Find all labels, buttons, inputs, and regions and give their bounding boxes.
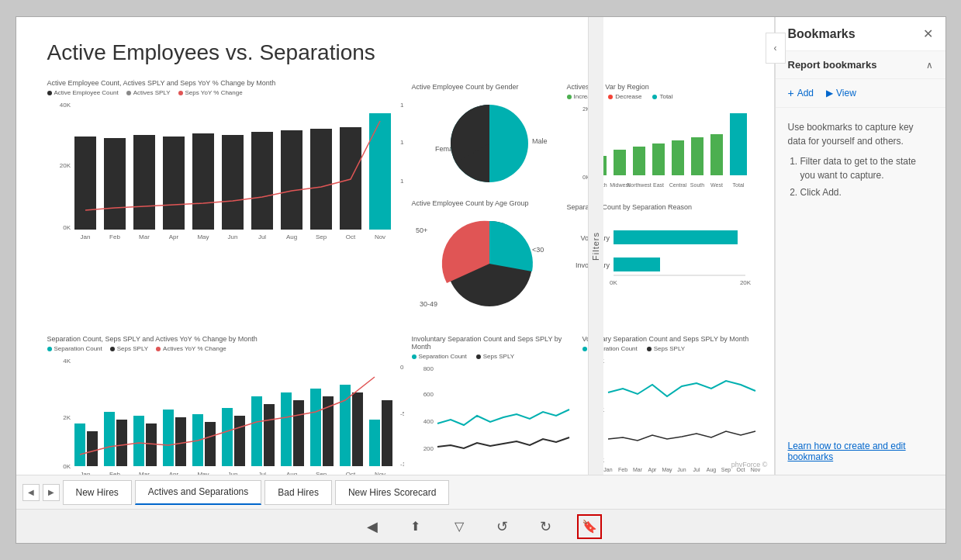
svg-rect-56 bbox=[614, 258, 660, 271]
undo-button[interactable]: ↺ bbox=[490, 514, 515, 539]
svg-text:Mar: Mar bbox=[139, 471, 150, 475]
refresh-button[interactable]: ↻ bbox=[534, 514, 558, 539]
svg-text:Apr: Apr bbox=[168, 471, 178, 475]
outer-container: Active Employees vs. Separations Active … bbox=[0, 0, 961, 560]
bottom-left-svg: 4K 2K 0K 0 % -50 % -100 % bbox=[47, 354, 404, 475]
legend-active-count: Active Employee Count bbox=[47, 89, 119, 96]
svg-rect-10 bbox=[192, 133, 214, 230]
svg-rect-68 bbox=[104, 412, 115, 466]
svg-text:Mar: Mar bbox=[632, 467, 642, 472]
legend-seps-sply: Seps SPLY bbox=[110, 345, 148, 352]
tab-prev-button[interactable]: ◀ bbox=[22, 484, 40, 501]
svg-text:South: South bbox=[690, 182, 703, 188]
legend-actives-yoy: Actives YoY % Change bbox=[156, 345, 226, 352]
svg-rect-77 bbox=[234, 416, 245, 466]
svg-rect-54 bbox=[614, 230, 738, 244]
tab-actives-separations[interactable]: Actives and Separations bbox=[135, 480, 261, 505]
gender-pie-svg: Female Male bbox=[412, 93, 567, 194]
svg-text:Male: Male bbox=[532, 137, 548, 145]
svg-rect-86 bbox=[369, 420, 380, 466]
svg-text:2K: 2K bbox=[63, 414, 71, 421]
svg-rect-35 bbox=[633, 147, 645, 175]
svg-rect-40 bbox=[730, 113, 747, 175]
report-canvas: Active Employees vs. Separations Active … bbox=[16, 17, 775, 475]
svg-text:Sep: Sep bbox=[315, 233, 327, 240]
svg-text:0K: 0K bbox=[63, 224, 71, 231]
learn-bookmarks-link[interactable]: Learn how to create and edit bookmarks bbox=[776, 428, 945, 475]
vol-sep-svg: 3K 2K 1K Jan Feb Mar Apr May Jun bbox=[582, 354, 769, 474]
svg-text:Oct: Oct bbox=[345, 233, 355, 240]
svg-text:0 %: 0 % bbox=[400, 364, 404, 371]
svg-text:-100 %: -100 % bbox=[400, 461, 404, 468]
filters-sidebar[interactable]: Filters bbox=[588, 17, 603, 475]
svg-text:Oct: Oct bbox=[345, 471, 355, 475]
svg-text:Sep: Sep bbox=[315, 471, 327, 475]
chart-involuntary-sep: Involuntary Separation Count and Seps SP… bbox=[412, 335, 575, 475]
chart-inv-sep-label: Involuntary Separation Count and Seps SP… bbox=[412, 335, 575, 351]
legend-actives-sply: Actives SPLY bbox=[126, 89, 171, 96]
svg-rect-7 bbox=[104, 138, 126, 230]
bookmark-icon: 🔖 bbox=[582, 519, 597, 534]
legend-dot-inv-count bbox=[412, 354, 417, 359]
filter-button[interactable]: ▽ bbox=[447, 514, 472, 539]
filters-label: Filters bbox=[591, 232, 600, 261]
tab-new-hires[interactable]: New Hires bbox=[63, 480, 132, 505]
bookmark-step-1: Filter data to get to the state you want… bbox=[800, 154, 933, 182]
svg-text:May: May bbox=[197, 471, 209, 475]
legend-dot-sep-count bbox=[47, 347, 52, 351]
svg-rect-72 bbox=[163, 410, 174, 466]
svg-text:20K: 20K bbox=[59, 162, 71, 169]
legend-total: Total bbox=[652, 93, 672, 100]
svg-text:Jun: Jun bbox=[677, 467, 686, 472]
undo-icon: ↺ bbox=[496, 518, 508, 535]
svg-rect-38 bbox=[691, 137, 703, 175]
chart-age-label: Active Employee Count by Age Group bbox=[412, 199, 567, 207]
close-icon[interactable]: ✕ bbox=[923, 26, 933, 41]
filter-icon: ▽ bbox=[455, 519, 464, 534]
svg-text:40K: 40K bbox=[59, 102, 71, 109]
legend-dot-inv-sply bbox=[476, 354, 481, 359]
legend-dot-total bbox=[652, 95, 657, 99]
svg-rect-70 bbox=[133, 416, 144, 466]
svg-text:Sep: Sep bbox=[721, 467, 731, 473]
back-button[interactable]: ◀ bbox=[360, 514, 385, 539]
svg-text:Nov: Nov bbox=[374, 233, 385, 240]
svg-rect-12 bbox=[251, 132, 273, 230]
svg-text:Nov: Nov bbox=[374, 471, 385, 475]
chart-gender-label: Active Employee Count by Gender bbox=[412, 83, 567, 91]
svg-text:30-49: 30-49 bbox=[420, 300, 437, 308]
content-area: Active Employees vs. Separations Active … bbox=[16, 17, 945, 475]
svg-rect-66 bbox=[74, 423, 85, 466]
add-bookmark-button[interactable]: + Add bbox=[788, 87, 814, 99]
bookmark-button[interactable]: 🔖 bbox=[577, 514, 602, 539]
svg-text:200: 200 bbox=[423, 445, 434, 452]
legend-dot-yoy bbox=[178, 91, 183, 95]
bookmarks-panel: ‹ Bookmarks ✕ Report bookmarks ∧ + Add bbox=[775, 17, 945, 475]
svg-text:Jan: Jan bbox=[80, 471, 90, 475]
svg-rect-82 bbox=[310, 389, 321, 466]
svg-text:Jul: Jul bbox=[258, 233, 265, 240]
legend-dot-increase bbox=[567, 95, 572, 99]
svg-rect-37 bbox=[672, 140, 684, 175]
panel-collapse-button[interactable]: ‹ bbox=[766, 33, 786, 64]
svg-text:Jul: Jul bbox=[693, 467, 700, 472]
age-pie-svg: 50+ 30-49 <30 bbox=[412, 209, 567, 318]
main-frame: Active Employees vs. Separations Active … bbox=[16, 16, 946, 544]
svg-rect-87 bbox=[382, 400, 392, 466]
tab-bad-hires[interactable]: Bad Hires bbox=[264, 480, 332, 505]
view-bookmark-button[interactable]: ▶ View bbox=[826, 87, 856, 99]
svg-rect-75 bbox=[205, 422, 216, 466]
chevron-up-icon[interactable]: ∧ bbox=[926, 60, 933, 71]
svg-rect-85 bbox=[352, 392, 363, 466]
refresh-icon: ↻ bbox=[540, 518, 551, 535]
legend-dot-decrease bbox=[608, 95, 613, 99]
svg-rect-36 bbox=[652, 143, 665, 175]
share-button[interactable]: ⬆ bbox=[403, 514, 428, 539]
legend-dot-actives-yoy bbox=[156, 347, 161, 351]
tab-new-hires-scorecard[interactable]: New Hires Scorecard bbox=[335, 480, 449, 505]
svg-text:Central: Central bbox=[669, 182, 686, 188]
svg-text:Feb: Feb bbox=[109, 471, 120, 475]
tab-next-button[interactable]: ▶ bbox=[43, 484, 60, 501]
panel-header: Bookmarks ✕ bbox=[776, 17, 945, 51]
tab-bar: ◀ ▶ New Hires Actives and Separations Ba… bbox=[16, 475, 945, 509]
